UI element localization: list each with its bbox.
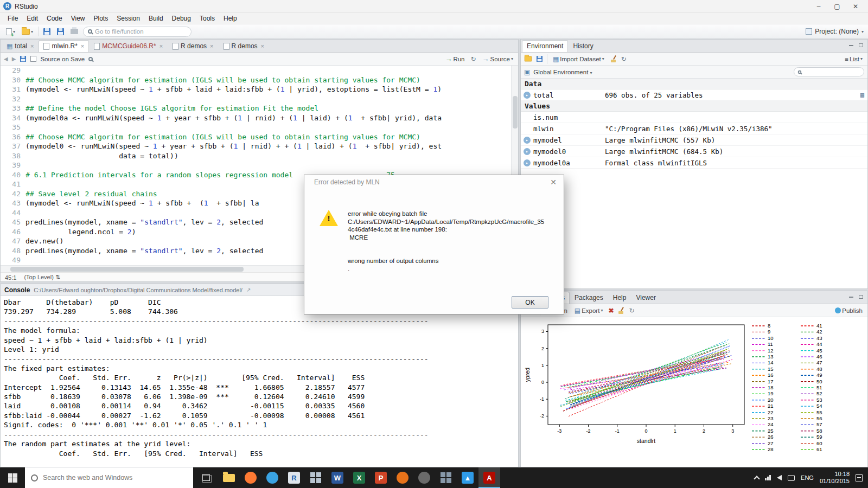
goto-file-box[interactable] xyxy=(83,27,192,37)
tab-environment[interactable]: Environment xyxy=(522,40,568,52)
expander-icon[interactable]: ▸ xyxy=(524,137,531,144)
menu-session[interactable]: Session xyxy=(112,14,144,23)
language-indicator[interactable]: ENG xyxy=(801,474,814,481)
ok-button[interactable]: OK xyxy=(512,296,548,309)
source-tab-r-demos[interactable]: R demos× xyxy=(219,40,269,52)
taskbar-app-powerpoint[interactable]: P xyxy=(370,467,392,488)
list-view-button[interactable]: ≡ List▾ xyxy=(843,55,864,63)
taskbar-app-app-grid[interactable] xyxy=(435,467,457,488)
menu-code[interactable]: Code xyxy=(42,14,67,23)
env-object-row[interactable]: is.num xyxy=(521,112,867,123)
taskbar-app-photos[interactable]: ▲ xyxy=(457,467,478,488)
tab-help[interactable]: Help xyxy=(608,292,631,304)
menu-debug[interactable]: Debug xyxy=(168,14,195,23)
forward-icon[interactable]: ▶ xyxy=(12,56,16,62)
open-file-button[interactable]: ▾ xyxy=(20,28,35,36)
save-icon[interactable] xyxy=(20,56,26,62)
remove-plot-icon[interactable]: ✖ xyxy=(608,307,614,314)
taskbar-search-input[interactable] xyxy=(43,474,173,481)
console-tab[interactable]: Console xyxy=(4,286,30,294)
tab-packages[interactable]: Packages xyxy=(570,292,608,304)
export-button[interactable]: ▤Export▾ xyxy=(573,306,605,315)
expander-icon[interactable]: ▸ xyxy=(524,148,531,155)
load-workspace-icon[interactable] xyxy=(525,56,532,62)
taskbar-app-firefox[interactable] xyxy=(240,467,261,488)
source-tab-r-demos[interactable]: R demos× xyxy=(168,40,218,52)
refresh-plot-icon[interactable]: ↻ xyxy=(629,307,634,314)
back-icon[interactable]: ◀ xyxy=(4,56,8,62)
dialog-close-icon[interactable]: ✕ xyxy=(545,176,561,188)
publish-button[interactable]: Publish xyxy=(833,306,864,315)
save-all-button[interactable] xyxy=(55,27,66,36)
view-data-icon[interactable]: ▦ xyxy=(860,91,864,99)
menu-help[interactable]: Help xyxy=(219,14,241,23)
taskbar-app-r-console[interactable]: R xyxy=(283,467,305,488)
tab-viewer[interactable]: Viewer xyxy=(631,292,660,304)
environment-search-input[interactable] xyxy=(804,69,856,75)
taskbar-app-excel[interactable]: X xyxy=(348,467,370,488)
error-dialog-titlebar[interactable]: Error detected by MLN ✕ xyxy=(304,175,564,189)
show-hidden-icons-icon[interactable] xyxy=(754,476,760,481)
run-button[interactable]: →Run xyxy=(443,54,466,64)
menu-build[interactable]: Build xyxy=(144,14,168,23)
start-button[interactable] xyxy=(0,467,25,488)
rerun-icon[interactable]: ↻ xyxy=(470,55,476,63)
action-center-icon[interactable] xyxy=(856,474,863,481)
menu-tools[interactable]: Tools xyxy=(195,14,219,23)
source-tab-mcmcguide06-r-[interactable]: MCMCGuide06.R*× xyxy=(89,40,168,52)
source-on-save-checkbox[interactable] xyxy=(30,56,36,62)
maximize-pane-icon[interactable] xyxy=(857,42,865,49)
taskbar-app-browser-blue[interactable] xyxy=(261,467,283,488)
popout-icon[interactable]: ↗ xyxy=(246,287,251,293)
env-object-row[interactable]: ▸total696 obs. of 25 variables▦ xyxy=(521,89,867,101)
menu-plots[interactable]: Plots xyxy=(90,14,113,23)
save-button[interactable] xyxy=(42,27,52,36)
close-tab-icon[interactable]: × xyxy=(261,43,264,49)
taskbar-app-file-explorer[interactable] xyxy=(218,467,240,488)
taskbar-app-firefox-2[interactable] xyxy=(392,467,413,488)
taskbar-app-acrobat[interactable]: A xyxy=(478,467,500,488)
minimize-pane-icon[interactable] xyxy=(847,42,856,49)
clear-plots-icon[interactable] xyxy=(617,307,625,314)
close-tab-icon[interactable]: × xyxy=(159,43,163,49)
source-tab-mlwin-r-[interactable]: mlwin.R*× xyxy=(39,40,89,52)
maximize-button[interactable]: ▢ xyxy=(828,1,846,12)
minimize-button[interactable]: – xyxy=(809,1,828,12)
new-file-button[interactable]: ▾ xyxy=(4,27,17,36)
print-button[interactable] xyxy=(69,28,80,35)
environment-scope-selector[interactable]: Global Environment ▾ xyxy=(533,69,592,75)
network-icon[interactable] xyxy=(765,475,771,480)
console-output[interactable]: Dbar D(thetabar) pD DIC739.297 734.289 5… xyxy=(1,296,518,467)
taskbar-app-mlwin[interactable] xyxy=(305,467,327,488)
env-object-row[interactable]: ▸mymodelLarge mlwinfitMCMC (557 Kb) xyxy=(521,134,867,146)
source-tab-total[interactable]: ▦total× xyxy=(2,40,39,52)
import-dataset-button[interactable]: ▦ Import Dataset▾ xyxy=(551,55,606,63)
scope-selector[interactable]: (Top Level) ⇅ xyxy=(24,274,60,281)
project-selector[interactable]: Project: (None) ▾ xyxy=(806,28,864,35)
source-button[interactable]: →Source▾ xyxy=(481,54,515,64)
env-object-row[interactable]: ▸mymodel0aFormal class mlwinfitIGLS xyxy=(521,157,867,169)
save-workspace-icon[interactable] xyxy=(537,56,542,62)
menu-edit[interactable]: Edit xyxy=(22,14,42,23)
taskbar-app-settings[interactable] xyxy=(413,467,435,488)
env-object-row[interactable]: ▸mymodel0Large mlwinfitMCMC (684.5 Kb) xyxy=(521,146,867,157)
close-tab-icon[interactable]: × xyxy=(81,43,84,49)
goto-file-input[interactable] xyxy=(95,28,182,35)
minimize-pane-icon[interactable] xyxy=(847,293,856,300)
environment-search-box[interactable] xyxy=(794,67,864,76)
close-button[interactable]: ✕ xyxy=(846,1,865,12)
menu-file[interactable]: File xyxy=(3,14,22,23)
close-tab-icon[interactable]: × xyxy=(30,43,34,49)
taskbar-clock[interactable]: 10:18 01/10/2015 xyxy=(820,471,850,485)
maximize-pane-icon[interactable] xyxy=(857,293,865,300)
task-view-button[interactable] xyxy=(193,467,218,488)
clear-workspace-icon[interactable] xyxy=(610,55,617,63)
env-object-row[interactable]: mlwin"C:/Program Files (x86)/MLwiN v2.35… xyxy=(521,123,867,134)
taskbar-search-box[interactable] xyxy=(25,467,193,488)
expander-icon[interactable]: ▸ xyxy=(524,159,531,166)
close-tab-icon[interactable]: × xyxy=(210,43,213,49)
menu-view[interactable]: View xyxy=(67,14,90,23)
taskbar-app-word[interactable]: W xyxy=(327,467,348,488)
volume-icon[interactable] xyxy=(777,475,782,480)
find-icon[interactable] xyxy=(88,57,93,61)
